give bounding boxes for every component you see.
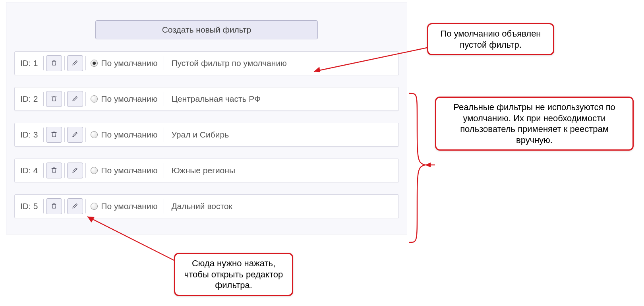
callout-real-filters: Реальные фильтры не используются по умол…: [435, 97, 634, 151]
separator: [164, 56, 164, 70]
default-radio[interactable]: По умолчанию: [88, 130, 161, 139]
separator: [164, 199, 164, 213]
filter-row: ID: 1 По умолчанию Пустой фильтр по умол…: [14, 51, 399, 75]
filter-id-label: ID: 2: [19, 94, 41, 104]
filter-row: ID: 4 По умолчанию Южные регионы: [14, 159, 399, 182]
filter-name: Дальний восток: [166, 201, 232, 211]
radio-label: По умолчанию: [101, 201, 157, 211]
separator: [64, 128, 65, 142]
trash-icon: [50, 95, 58, 103]
svg-marker-3: [425, 163, 431, 167]
separator: [64, 56, 65, 70]
separator: [43, 128, 44, 142]
edit-button[interactable]: [67, 127, 83, 143]
separator: [64, 92, 65, 106]
separator: [85, 92, 86, 106]
trash-icon: [50, 202, 58, 211]
filter-id-label: ID: 5: [19, 201, 41, 211]
separator: [164, 163, 164, 178]
separator: [85, 128, 86, 142]
callout-default-filter: По умолчанию объявлен пустой фильтр.: [427, 23, 554, 55]
pencil-icon: [72, 95, 79, 103]
separator: [164, 92, 164, 106]
radio-icon: [91, 131, 98, 138]
separator: [43, 163, 44, 178]
delete-button[interactable]: [46, 91, 62, 107]
default-radio[interactable]: По умолчанию: [88, 201, 161, 211]
pencil-icon: [72, 131, 79, 139]
trash-icon: [50, 59, 58, 68]
create-filter-button[interactable]: Создать новый фильтр: [95, 20, 318, 39]
separator: [64, 199, 65, 213]
delete-button[interactable]: [46, 127, 62, 143]
radio-icon: [91, 95, 98, 103]
default-radio[interactable]: По умолчанию: [88, 58, 161, 68]
filter-name: Пустой фильтр по умолчанию: [166, 58, 286, 68]
delete-button[interactable]: [46, 55, 62, 71]
edit-button[interactable]: [67, 198, 83, 214]
edit-button[interactable]: [67, 91, 83, 107]
separator: [43, 92, 44, 106]
filter-id-label: ID: 1: [19, 58, 41, 68]
radio-label: По умолчанию: [101, 130, 157, 139]
separator: [85, 56, 86, 70]
separator: [164, 128, 164, 142]
separator: [43, 199, 44, 213]
separator: [85, 163, 86, 178]
default-radio[interactable]: По умолчанию: [88, 166, 161, 175]
filter-name: Урал и Сибирь: [166, 130, 229, 139]
radio-icon: [91, 167, 98, 174]
radio-icon: [91, 203, 98, 210]
filter-row: ID: 2 По умолчанию Центральная часть РФ: [14, 87, 399, 111]
separator: [64, 163, 65, 178]
filter-list: ID: 1 По умолчанию Пустой фильтр по умол…: [14, 51, 399, 218]
radio-label: По умолчанию: [101, 94, 157, 104]
filter-id-label: ID: 4: [19, 166, 41, 175]
separator: [43, 56, 44, 70]
radio-label: По умолчанию: [101, 58, 157, 68]
filters-panel: Создать новый фильтр ID: 1 По умолчанию: [6, 2, 407, 234]
filter-row: ID: 3 По умолчанию Урал и Сибирь: [14, 123, 399, 147]
edit-button[interactable]: [67, 55, 83, 71]
pencil-icon: [72, 202, 79, 211]
separator: [85, 199, 86, 213]
callout-edit-hint: Сюда нужно нажать, чтобы открыть редакто…: [174, 253, 293, 296]
filter-row: ID: 5 По умолчанию Дальний восток: [14, 194, 399, 218]
delete-button[interactable]: [46, 163, 62, 178]
trash-icon: [50, 131, 58, 139]
pencil-icon: [72, 167, 79, 175]
delete-button[interactable]: [46, 198, 62, 214]
filter-id-label: ID: 3: [19, 130, 41, 139]
radio-icon: [91, 60, 98, 67]
trash-icon: [50, 167, 58, 175]
radio-label: По умолчанию: [101, 166, 157, 175]
filter-name: Центральная часть РФ: [166, 94, 261, 104]
edit-button[interactable]: [67, 163, 83, 178]
filter-name: Южные регионы: [166, 166, 235, 175]
default-radio[interactable]: По умолчанию: [88, 94, 161, 104]
pencil-icon: [72, 59, 79, 68]
